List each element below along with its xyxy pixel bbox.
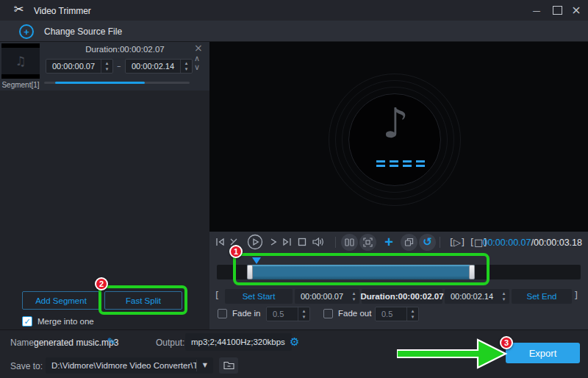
eq-bar bbox=[416, 160, 425, 169]
plus-icon: + bbox=[384, 234, 393, 250]
annotation-box-fast-split bbox=[98, 285, 187, 315]
add-segment-button[interactable]: Add Segment bbox=[22, 291, 100, 310]
segment-end-arrows[interactable]: ▴ ▾ bbox=[180, 60, 192, 73]
segment-move-up-icon[interactable]: ∧ bbox=[194, 54, 200, 63]
toolbar-separator-2 bbox=[440, 237, 440, 248]
trim-start-arrows[interactable]: ▴ ▾ bbox=[348, 289, 359, 304]
annotation-step-1: 1 bbox=[229, 245, 243, 258]
music-note-thumb-icon: ♫ bbox=[15, 55, 26, 68]
equalizer-bars bbox=[376, 160, 425, 169]
fade-in-checkbox[interactable] bbox=[218, 309, 227, 318]
current-time: 00:00:00.07 bbox=[482, 238, 531, 248]
segment-duration: Duration:00:00:02.07 bbox=[59, 45, 191, 54]
spin-down-icon[interactable]: ▾ bbox=[106, 66, 109, 72]
segment-thumbnail[interactable]: ♫ bbox=[1, 43, 40, 79]
merge-checkbox[interactable]: ✓ bbox=[22, 316, 32, 327]
trim-duration: Duration:00:00:02.07 bbox=[362, 289, 442, 304]
range-dash: – bbox=[117, 62, 121, 70]
minimize-icon: — bbox=[533, 7, 541, 15]
spin-up-icon[interactable]: ▴ bbox=[412, 308, 415, 314]
fade-out-arrows[interactable]: ▴ ▾ bbox=[406, 307, 418, 321]
spin-up-icon[interactable]: ▴ bbox=[185, 60, 188, 66]
annotation-step-3: 3 bbox=[500, 336, 513, 349]
fade-out-spinner[interactable]: 0.5 ▴ ▾ bbox=[375, 307, 419, 321]
save-path-value: D:\Vidmore\Vidmore Video Converter\Trimm… bbox=[46, 361, 196, 370]
save-to-label: Save to: bbox=[10, 361, 43, 371]
export-button[interactable]: Export bbox=[506, 343, 580, 363]
fade-out-checkbox[interactable] bbox=[323, 309, 333, 318]
set-end-button[interactable]: Set End bbox=[512, 289, 572, 304]
add-segment-label: Add Segment bbox=[35, 296, 87, 305]
output-settings-icon[interactable]: ⚙ bbox=[285, 337, 304, 348]
check-icon: ✓ bbox=[24, 317, 30, 327]
spin-down-icon[interactable]: ▾ bbox=[303, 314, 306, 320]
add-segment-toolbar-button[interactable]: + bbox=[381, 233, 397, 251]
browse-folder-button[interactable] bbox=[219, 357, 238, 374]
maximize-button[interactable] bbox=[550, 3, 564, 18]
segment-start-value: 00:00:00.07 bbox=[46, 62, 101, 71]
annotation-step-2: 2 bbox=[95, 277, 108, 290]
spin-down-icon[interactable]: ▾ bbox=[353, 296, 356, 302]
video-trimmer-window: ✂ Video Trimmer — × + Change Source File… bbox=[0, 0, 588, 378]
copy-icon bbox=[404, 238, 414, 247]
next-frame-button[interactable] bbox=[268, 236, 279, 248]
segment-end-spinner[interactable]: 00:00:02.14 ▴ ▾ bbox=[125, 59, 193, 74]
close-button[interactable]: × bbox=[569, 3, 584, 18]
merge-label: Merge into one bbox=[37, 317, 94, 326]
segment-move-down-icon[interactable]: ∨ bbox=[194, 63, 200, 71]
total-time: /00:00:03.18 bbox=[531, 238, 582, 248]
step-1-number: 1 bbox=[234, 247, 238, 256]
fade-in-spinner[interactable]: 0.5 ▴ ▾ bbox=[266, 307, 310, 321]
toolbar-separator bbox=[335, 237, 336, 248]
annotation-arrow bbox=[397, 337, 514, 371]
spin-up-icon[interactable]: ▴ bbox=[353, 290, 356, 296]
save-path-dropdown-icon[interactable]: ▼ bbox=[197, 363, 213, 368]
set-start-button[interactable]: Set Start bbox=[225, 289, 293, 304]
spin-up-icon[interactable]: ▴ bbox=[303, 308, 306, 314]
segment-start-spinner[interactable]: 00:00:00.07 ▴ ▾ bbox=[46, 59, 113, 74]
trim-start-value: 00:00:00.07 bbox=[295, 292, 348, 301]
minimize-button[interactable]: — bbox=[529, 3, 544, 18]
segment-remove-icon[interactable]: × bbox=[194, 43, 203, 53]
next-frame-icon bbox=[268, 236, 279, 248]
spin-down-icon[interactable]: ▾ bbox=[412, 314, 415, 320]
eq-bar bbox=[403, 160, 412, 169]
window-title: Video Trimmer bbox=[34, 6, 91, 16]
volume-icon bbox=[312, 236, 325, 248]
fade-out-label: Fade out bbox=[338, 309, 371, 318]
spin-up-icon[interactable]: ▴ bbox=[503, 290, 506, 296]
trim-end-spinner[interactable]: 00:00:02.14 ▴ ▾ bbox=[445, 289, 509, 304]
split-button[interactable] bbox=[341, 234, 358, 251]
spin-up-icon[interactable]: ▴ bbox=[106, 60, 109, 66]
output-label: Output: bbox=[156, 338, 184, 348]
trim-start-spinner[interactable]: 00:00:00.07 ▴ ▾ bbox=[295, 289, 359, 304]
spin-down-icon[interactable]: ▾ bbox=[503, 296, 506, 302]
bracket-right: ] bbox=[574, 290, 578, 300]
set-end-label: Set End bbox=[527, 292, 557, 301]
segment-start-arrows[interactable]: ▴ ▾ bbox=[101, 60, 112, 73]
trim-end-arrows[interactable]: ▴ ▾ bbox=[498, 289, 509, 304]
play-button[interactable] bbox=[247, 234, 263, 250]
step-2-number: 2 bbox=[99, 279, 104, 288]
jump-start-button[interactable] bbox=[215, 236, 226, 248]
export-label: Export bbox=[529, 348, 557, 359]
rename-icon[interactable]: ✎ bbox=[107, 335, 117, 347]
plus-glyph: + bbox=[24, 27, 29, 37]
spin-down-icon[interactable]: ▾ bbox=[185, 66, 188, 72]
segment-mini-track-fill bbox=[55, 82, 145, 84]
change-source-button[interactable]: + Change Source File bbox=[19, 24, 122, 39]
set-start-label: Set Start bbox=[243, 292, 276, 301]
copy-segment-button[interactable] bbox=[401, 234, 417, 251]
snapshot-icon bbox=[363, 238, 373, 247]
output-format-box[interactable]: mp3;2;44100Hz;320kbps ⚙ bbox=[185, 333, 292, 351]
reset-button[interactable]: ↺ bbox=[419, 234, 436, 251]
fade-in-arrows[interactable]: ▴ ▾ bbox=[298, 307, 309, 321]
save-path-box[interactable]: D:\Vidmore\Vidmore Video Converter\Trimm… bbox=[46, 357, 213, 374]
fade-in-label: Fade in bbox=[232, 309, 260, 318]
snapshot-button[interactable] bbox=[359, 234, 376, 251]
stop-button[interactable] bbox=[296, 236, 308, 248]
jump-end-button[interactable] bbox=[281, 236, 293, 248]
volume-button[interactable] bbox=[312, 236, 325, 248]
music-note-large-icon: ♪ bbox=[373, 103, 417, 144]
eq-bar bbox=[390, 160, 398, 169]
